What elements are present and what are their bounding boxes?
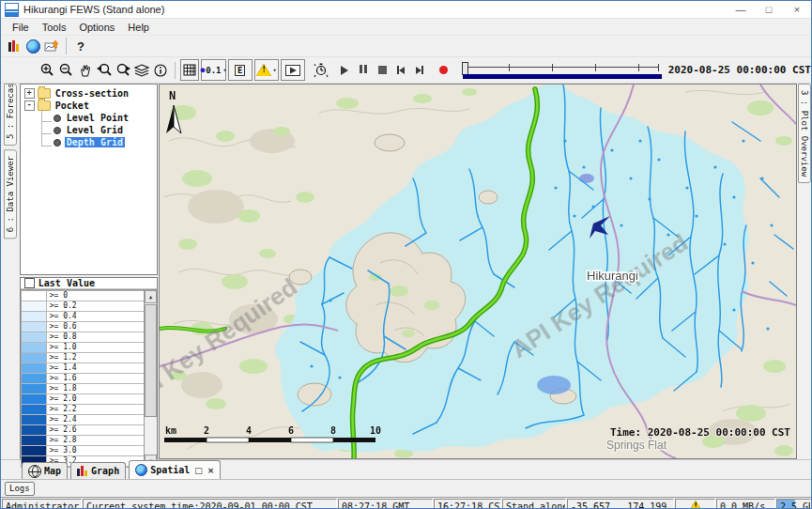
legend-row[interactable]: >= 0 bbox=[22, 291, 144, 301]
logs-row: Logs bbox=[1, 479, 811, 497]
menu-file[interactable]: File bbox=[6, 22, 36, 33]
left-panel: + Cross-section - Pocket Level Point bbox=[20, 84, 159, 459]
legend-row-label: >= 2.4 bbox=[47, 415, 144, 424]
animation-export-icon[interactable] bbox=[281, 59, 305, 81]
pause-icon[interactable] bbox=[355, 61, 372, 80]
play-icon[interactable] bbox=[336, 61, 353, 80]
legend-color-swatch bbox=[22, 405, 47, 414]
grid-icon[interactable] bbox=[180, 59, 199, 81]
spatial-display-icon[interactable] bbox=[43, 37, 60, 55]
legend-row-label: >= 1.8 bbox=[47, 384, 144, 393]
legend-row[interactable]: >= 0.2 bbox=[22, 301, 144, 312]
map-icon[interactable] bbox=[24, 37, 41, 55]
step-forward-icon[interactable] bbox=[411, 61, 428, 80]
graph-tab-icon bbox=[77, 466, 88, 476]
expander-icon[interactable]: + bbox=[24, 88, 35, 99]
legend-row-label: >= 1.6 bbox=[47, 374, 144, 383]
tree-item-pocket[interactable]: - Pocket bbox=[21, 100, 157, 112]
zoom-in-icon[interactable] bbox=[39, 61, 56, 80]
time-slider-handle[interactable] bbox=[462, 62, 468, 75]
panel-close-icon[interactable]: × bbox=[207, 466, 215, 475]
tab-map[interactable]: Map bbox=[22, 462, 68, 479]
tab-graph[interactable]: Graph bbox=[70, 462, 126, 479]
timer-icon[interactable] bbox=[313, 61, 329, 80]
tree-item-label[interactable]: Pocket bbox=[54, 100, 91, 111]
info-icon[interactable] bbox=[152, 61, 169, 80]
legend-color-swatch bbox=[22, 332, 47, 342]
legend-icon[interactable]: E bbox=[228, 59, 253, 81]
time-slider[interactable] bbox=[462, 61, 662, 80]
scroll-thumb[interactable] bbox=[145, 304, 157, 417]
tree-item-label[interactable]: Cross-section bbox=[54, 88, 130, 99]
main-area: 5 : Forecast 6 : Data Viewer + Cross-sec… bbox=[1, 84, 811, 459]
warning-dropdown[interactable]: ▾ bbox=[254, 59, 279, 81]
legend-row[interactable]: >= 2.4 bbox=[22, 415, 144, 425]
map-toolbar: ●0.1▾ E ▾ 2020-08-25 00:00:00 CST bbox=[1, 57, 811, 84]
maximize-button[interactable]: □ bbox=[755, 1, 783, 18]
app-logo-icon bbox=[5, 3, 19, 17]
expander-icon[interactable]: - bbox=[24, 100, 35, 111]
warning-icon bbox=[688, 501, 703, 509]
tree-item-level-point[interactable]: Level Point bbox=[41, 112, 157, 124]
legend-row-label: >= 3.0 bbox=[47, 446, 144, 455]
legend-row[interactable]: >= 0.8 bbox=[22, 332, 144, 343]
legend-row[interactable]: >= 0.4 bbox=[22, 312, 144, 322]
legend-color-swatch bbox=[22, 353, 47, 362]
database-explorer-icon[interactable] bbox=[6, 37, 23, 55]
tree-item-label[interactable]: Level Grid bbox=[65, 125, 125, 135]
legend-color-swatch bbox=[22, 301, 47, 311]
zoom-previous-icon[interactable] bbox=[96, 61, 113, 80]
legend-row-label: >= 0.8 bbox=[47, 332, 144, 342]
tree-item-label-selected[interactable]: Depth Grid bbox=[65, 137, 125, 147]
map-tab-icon bbox=[28, 465, 41, 478]
layers-icon[interactable] bbox=[133, 61, 150, 80]
status-warning-cell[interactable] bbox=[675, 499, 715, 509]
close-button[interactable]: × bbox=[783, 1, 811, 18]
legend-row[interactable]: >= 2.8 bbox=[22, 436, 144, 446]
logs-button[interactable]: Logs bbox=[5, 482, 35, 496]
legend-rows: >= 0>= 0.2>= 0.4>= 0.6>= 0.8>= 1.0>= 1.2… bbox=[21, 290, 144, 468]
legend-row[interactable]: >= 1.4 bbox=[22, 363, 144, 374]
svg-text:8: 8 bbox=[330, 425, 336, 436]
threshold-dropdown[interactable]: ●0.1▾ bbox=[201, 59, 225, 81]
tree-item-label[interactable]: Level Point bbox=[65, 113, 130, 123]
status-system-time: Current system time:2020-09-01 00:00 CST bbox=[83, 499, 337, 509]
menu-help[interactable]: Help bbox=[121, 22, 156, 33]
legend-color-swatch bbox=[22, 415, 47, 424]
zoom-out-icon[interactable] bbox=[58, 61, 75, 80]
help-icon[interactable]: ? bbox=[72, 37, 89, 55]
pan-icon[interactable] bbox=[77, 61, 94, 80]
map-view[interactable]: API Key Required API Key Required Hikura… bbox=[159, 84, 797, 459]
step-back-icon[interactable] bbox=[392, 61, 409, 80]
legend-row[interactable]: >= 1.8 bbox=[22, 384, 144, 394]
tab-data-viewer[interactable]: 6 : Data Viewer bbox=[4, 149, 17, 239]
stop-icon[interactable] bbox=[374, 61, 391, 80]
legend-row[interactable]: >= 3.0 bbox=[22, 446, 144, 456]
legend-row[interactable]: >= 2.0 bbox=[22, 394, 144, 405]
tree-item-level-grid[interactable]: Level Grid bbox=[41, 124, 157, 136]
menu-tools[interactable]: Tools bbox=[36, 22, 73, 33]
legend-panel: Last Value >= 0>= 0.2>= 0.4>= 0.6>= 0.8>… bbox=[20, 277, 158, 459]
zoom-next-icon[interactable] bbox=[115, 61, 131, 80]
legend-row[interactable]: >= 1.6 bbox=[22, 374, 144, 384]
last-value-checkbox[interactable] bbox=[24, 278, 35, 288]
svg-text:6: 6 bbox=[288, 425, 294, 436]
panel-maximize-icon[interactable]: □ bbox=[194, 466, 203, 475]
menu-options[interactable]: Options bbox=[72, 22, 121, 33]
record-icon[interactable] bbox=[435, 61, 452, 80]
tab-forecast[interactable]: 5 : Forecast bbox=[4, 84, 17, 146]
tree-item-depth-grid[interactable]: Depth Grid bbox=[41, 136, 157, 148]
legend-row[interactable]: >= 2.2 bbox=[22, 405, 144, 415]
minimize-button[interactable]: — bbox=[727, 1, 755, 18]
legend-row[interactable]: >= 1.0 bbox=[22, 343, 144, 353]
legend-row[interactable]: >= 2.6 bbox=[22, 425, 144, 436]
town-label: Hikurangi bbox=[587, 269, 638, 283]
legend-scrollbar[interactable]: ▲ ▼ bbox=[144, 290, 157, 468]
legend-color-swatch bbox=[22, 394, 47, 404]
legend-row[interactable]: >= 0.6 bbox=[22, 322, 144, 332]
tab-spatial[interactable]: Spatial □ × bbox=[129, 460, 221, 479]
legend-color-swatch bbox=[22, 436, 47, 445]
scroll-up-icon[interactable]: ▲ bbox=[145, 290, 157, 303]
tab-plot-overview[interactable]: 3 : Plot Overview bbox=[798, 84, 811, 183]
legend-row[interactable]: >= 1.2 bbox=[22, 353, 144, 363]
